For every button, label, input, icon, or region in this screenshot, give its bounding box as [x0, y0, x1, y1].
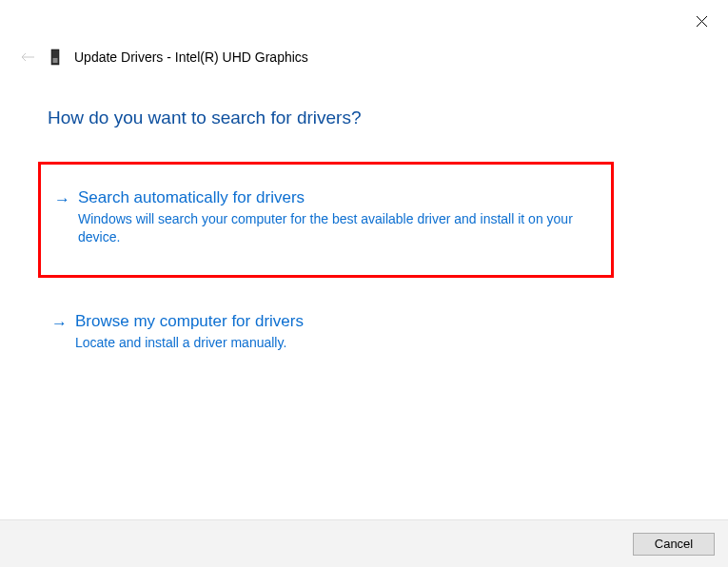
option-description: Windows will search your computer for th…: [78, 210, 598, 246]
device-icon: [48, 48, 63, 67]
svg-rect-4: [53, 58, 58, 63]
close-button[interactable]: [692, 11, 711, 30]
header-row: Update Drivers - Intel(R) UHD Graphics: [19, 48, 308, 67]
option-title: Search automatically for drivers: [78, 188, 598, 207]
window-title: Update Drivers - Intel(R) UHD Graphics: [74, 49, 308, 65]
arrow-right-icon: →: [51, 314, 68, 352]
arrow-right-icon: →: [54, 190, 70, 246]
option-search-automatically[interactable]: → Search automatically for drivers Windo…: [38, 162, 614, 278]
option-text: Search automatically for drivers Windows…: [78, 188, 598, 246]
option-text: Browse my computer for drivers Locate an…: [75, 312, 600, 352]
footer-bar: Cancel: [0, 519, 728, 567]
option-browse-computer[interactable]: → Browse my computer for drivers Locate …: [38, 291, 614, 375]
option-title: Browse my computer for drivers: [75, 312, 600, 331]
options-area: → Search automatically for drivers Windo…: [38, 162, 614, 375]
back-button[interactable]: [19, 49, 36, 66]
cancel-button[interactable]: Cancel: [633, 533, 715, 556]
page-heading: How do you want to search for drivers?: [48, 108, 362, 128]
close-icon: [696, 15, 708, 28]
option-spacer: [38, 278, 614, 291]
option-description: Locate and install a driver manually.: [75, 334, 600, 352]
back-arrow-icon: [20, 51, 35, 63]
